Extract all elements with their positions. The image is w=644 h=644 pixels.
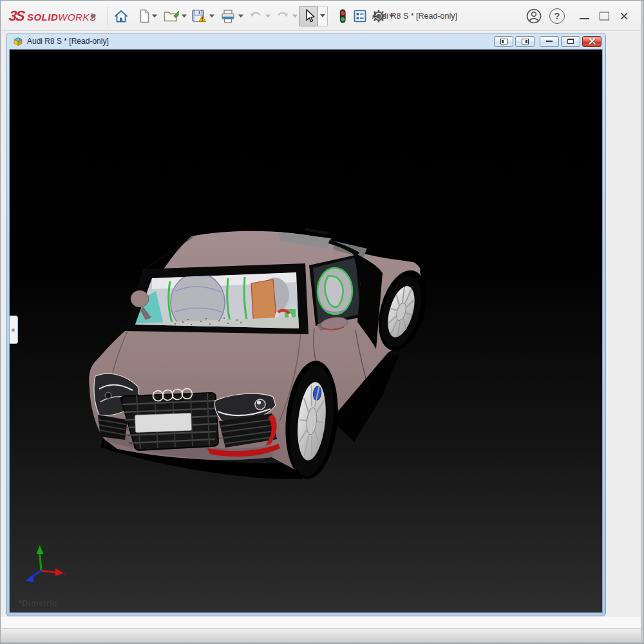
front-grille[interactable] [121,393,218,450]
user-account-icon [526,8,542,24]
mdi-lower-strip [1,617,641,630]
undo-dropdown[interactable] [265,14,270,17]
user-account-button[interactable] [526,8,542,24]
feature-tab-dot-icon [12,328,15,332]
doc-restore-button[interactable] [561,36,580,47]
open-dropdown[interactable] [182,14,187,17]
toolbar-document-title: Audi R8 S * [Read-only] [372,1,457,31]
new-document-button[interactable] [137,8,152,24]
solidworks-flyout-arrow-icon[interactable] [91,13,96,19]
dropdown-arrow-icon [209,14,214,17]
select-tool-button[interactable] [299,6,318,26]
print-button[interactable] [220,8,236,24]
home-icon [113,8,129,24]
help-button[interactable]: ? [549,8,565,24]
dropdown-arrow-icon [152,14,157,17]
window-frame-right [641,1,643,643]
redo-button[interactable] [275,8,290,24]
close-button[interactable]: × [620,8,629,24]
main-toolbar: 3SSOLIDWORKS [1,1,641,31]
document-properties-button[interactable] [352,8,368,24]
dropdown-arrow-icon [265,14,270,17]
pane-right-button[interactable] [515,36,535,47]
window-frame-bottom [1,642,643,643]
dropdown-arrow-icon [238,14,243,17]
select-cursor-icon [301,8,316,24]
rebuild-indicator-button[interactable] [336,8,350,24]
dropdown-arrow-icon [292,14,298,17]
car-model[interactable] [79,227,433,484]
document-window: Audi R8 S * [Read-only] [6,33,606,616]
help-icon: ? [549,8,565,24]
document-titlebar[interactable]: Audi R8 S * [Read-only] [9,33,603,49]
license-plate [135,413,192,432]
close-icon: × [620,8,629,24]
doc-close-icon [589,38,596,44]
solidworks-logo: 3SSOLIDWORKS [9,8,96,24]
minimize-button[interactable] [580,13,589,19]
dropdown-arrow-icon [182,14,187,17]
pane-left-icon [500,39,507,44]
doc-minimize-icon [546,41,553,43]
undo-icon [248,8,263,24]
select-tool-dropdown[interactable] [318,6,328,26]
minimize-icon [580,18,589,19]
redo-icon [275,8,290,24]
pane-right-icon [522,39,529,44]
save-button[interactable] [191,8,207,24]
view-orientation-label: *Dimetric [19,598,57,608]
status-bar [1,629,641,642]
graphics-viewport[interactable]: x *Dimetric [9,49,603,613]
new-document-icon [137,8,152,24]
document-title: Audi R8 S * [Read-only] [27,37,109,46]
print-icon [220,8,236,24]
save-dropdown[interactable] [209,14,214,17]
new-document-dropdown[interactable] [152,14,157,17]
print-dropdown[interactable] [238,14,243,17]
triad-axes-icon: x [17,541,70,586]
toolbar-separator [107,7,108,25]
roof-vent [304,228,328,234]
home-button[interactable] [113,8,129,24]
solidworks-window: 3SSOLIDWORKS [0,0,644,644]
maximize-button[interactable] [600,12,609,20]
doc-minimize-button[interactable] [540,36,559,47]
open-icon [163,8,180,24]
pane-left-button[interactable] [494,36,513,47]
undo-button[interactable] [248,8,263,24]
document-properties-icon [352,8,368,24]
assembly-document-icon [13,36,23,46]
document-window-buttons [494,36,603,47]
dropdown-arrow-icon [320,14,325,17]
dassault-mark: 3S [8,8,25,24]
save-icon [191,8,207,24]
x-axis-label: x [64,571,67,577]
doc-close-button[interactable] [582,36,601,47]
rebuild-traffic-light-icon [336,8,350,24]
redo-dropdown[interactable] [292,14,298,17]
open-button[interactable] [163,8,180,24]
maximize-icon [600,12,609,20]
doc-restore-icon [567,39,574,44]
feature-manager-collapse-tab[interactable] [9,316,18,344]
